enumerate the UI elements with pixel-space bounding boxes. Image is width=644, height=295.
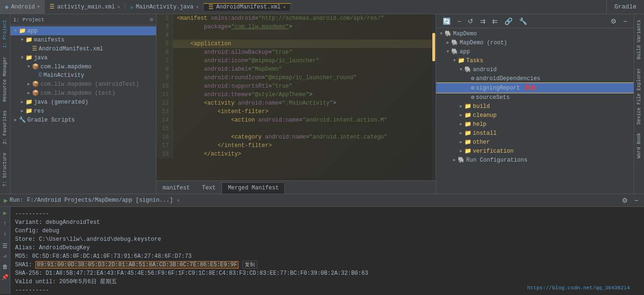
gradle-item-build[interactable]: ▶ 📁 build	[436, 102, 634, 111]
android-dropdown-icon[interactable]: ▼	[37, 5, 40, 9]
gradle-settings-btn[interactable]: ⚙	[609, 16, 619, 26]
gradle-label-run-configurations: Run Configurations	[466, 157, 528, 164]
file-tab-activity-main[interactable]: ☰ activity_main.xml ✕	[45, 3, 125, 10]
tree-item-app[interactable]: ▼ 📁 app	[10, 26, 156, 35]
gradle-header: 🔄 − ↺ ⇉ ⇇ 🔗 🔧 ⚙ −	[436, 14, 634, 28]
run-path: F:/Android Projects/MapDemo/app [signin.…	[27, 197, 173, 204]
tree-item-test[interactable]: ▶ 📦 com.llw.mapdemo (test)	[10, 89, 156, 98]
close-tab-manifest[interactable]: ✕	[283, 4, 286, 10]
gradle-arrow-help: ▶	[458, 122, 464, 127]
gradle-sync-btn[interactable]: 🔄	[441, 16, 453, 26]
gradle-item-cleanup[interactable]: ▶ 📁 cleanup	[436, 111, 634, 120]
gradle-collapse-btn[interactable]: ⇇	[490, 16, 500, 26]
tab-text[interactable]: Text	[196, 182, 222, 194]
gradle-item-sourcesets[interactable]: ⚙ sourceSets	[436, 93, 634, 102]
tree-item-mainactivity[interactable]: © MainActivity	[10, 71, 156, 80]
gradle-item-run-configurations[interactable]: ▶ 🐘 Run Configurations	[436, 156, 634, 164]
gradle-label-app: app	[460, 49, 470, 55]
favorites-tab[interactable]: 2: Favorites	[1, 107, 8, 148]
gradle-item-mapdemo[interactable]: ▼ 🐘 MapDemo	[436, 29, 634, 38]
word-book-tab[interactable]: Word Book	[636, 129, 643, 162]
gradle-icon-help: 📁	[464, 121, 471, 128]
line-num-13: 13	[157, 107, 173, 116]
console-content: ---------- Variant: debugAndroidTest Con…	[10, 207, 644, 294]
console-line-separator1: ----------	[15, 210, 639, 218]
run-bar-settings[interactable]: ⚙	[620, 196, 630, 205]
tree-label-manifests: manifests	[34, 37, 65, 43]
code-line-12: 12 <activity android:name=".MainActivity…	[157, 99, 436, 107]
gradle-link-btn[interactable]: 🔗	[503, 16, 514, 26]
gradle-refresh-btn[interactable]: ↺	[466, 16, 475, 26]
folder-icon-test: 📦	[32, 90, 39, 97]
gradle-tree: ▼ 🐘 MapDemo ▶ 🐘 MapDemo (root) ▼ 🐘 app	[436, 28, 634, 194]
line-num-11: 11	[157, 90, 173, 99]
gradle-expand-btn[interactable]: ⇉	[478, 16, 487, 26]
line-content-18: </activity>	[173, 150, 241, 158]
tree-item-java-generated[interactable]: ▶ 📁 java (generated)	[10, 98, 156, 107]
code-editor[interactable]: 2 <manifest xmlns:android="http://schema…	[157, 14, 436, 180]
gradle-item-help[interactable]: ▶ 📁 help	[436, 120, 634, 129]
console-wrap-btn[interactable]: ⏎	[1, 252, 9, 261]
file-tab-manifest[interactable]: ☰ AndroidManifest.xml ✕	[204, 3, 291, 11]
gradle-item-tasks[interactable]: ▼ 📁 Tasks	[436, 56, 634, 65]
close-tab-activity[interactable]: ✕	[117, 4, 120, 10]
file-tab-label-manifest: AndroidManifest.xml	[216, 4, 281, 10]
gradle-panel: 🔄 − ↺ ⇉ ⇇ 🔗 🔧 ⚙ − ▼ 🐘 MapDemo	[436, 14, 634, 194]
run-tab[interactable]: ▶ Run: F:/Android Projects/MapDemo/app […	[4, 197, 180, 205]
tree-label-androidmanifest: AndroidManifest.xml	[39, 46, 103, 52]
tree-item-androidmanifest[interactable]: ☰ AndroidManifest.xml	[10, 44, 156, 53]
gradle-icon-build: 📁	[464, 103, 471, 110]
gradle-wrench-btn[interactable]: 🔧	[517, 16, 529, 26]
tree-item-gradle-scripts[interactable]: ▶ 🔧 Gradle Scripts	[10, 115, 156, 124]
tree-arrow-gradle-scripts: ▶	[12, 117, 19, 123]
tab-merged-manifest[interactable]: Merged Manifest	[222, 182, 285, 194]
gradle-item-android[interactable]: ▼ 🐘 android	[436, 65, 634, 74]
line-content-15	[173, 124, 177, 133]
console-pin-btn[interactable]: 📌	[1, 273, 9, 281]
copy-sha1-button[interactable]: 复制	[242, 261, 257, 269]
folder-icon-manifests: 📁	[25, 36, 33, 43]
tree-label-app: app	[27, 28, 38, 34]
console-up-btn[interactable]: ↑	[1, 219, 9, 228]
gradle-arrow-verification: ▶	[458, 148, 464, 154]
build-variants-tab[interactable]: Build Variants	[636, 16, 643, 63]
run-bar-minimize[interactable]: −	[633, 196, 640, 205]
resource-manager-tab[interactable]: Resource Manager	[1, 53, 8, 106]
gradle-item-mapdemo-root[interactable]: ▶ 🐘 MapDemo (root)	[436, 38, 634, 47]
device-file-explorer-tab[interactable]: Device File Explorer	[636, 64, 643, 128]
console-clear-btn[interactable]: 🗑	[1, 262, 9, 271]
console-url: https://blog.csdn.net/qq_38436214	[527, 285, 630, 291]
gradle-minus-btn[interactable]: −	[455, 16, 463, 26]
tree-item-mapdemo[interactable]: ▼ 📦 com.llw.mapdemo	[10, 62, 156, 71]
tree-item-res[interactable]: ▶ 📁 res	[10, 107, 156, 115]
gradle-item-app[interactable]: ▼ 🐘 app	[436, 47, 634, 56]
folder-icon-res: 📁	[25, 107, 33, 115]
console-line-alias: Alias: AndroidDebugKey	[15, 244, 639, 252]
tree-label-test: com.llw.mapdemo (test)	[41, 90, 115, 97]
tree-item-androidtest[interactable]: ▶ 📦 com.llw.mapdemo (androidTest)	[10, 80, 156, 89]
close-tab-main[interactable]: ✕	[196, 4, 198, 10]
gradle-item-androiddependencies[interactable]: ⚙ androidDependencies	[436, 74, 634, 83]
console-play-btn[interactable]: ▶	[1, 209, 9, 217]
project-tab[interactable]: 1: Project	[1, 16, 8, 52]
tree-item-manifests[interactable]: ▼ 📁 manifests	[10, 35, 156, 44]
tab-manifest-label[interactable]: manifest	[157, 182, 196, 194]
gradle-item-other[interactable]: ▶ 📁 other	[436, 138, 634, 147]
run-icon: ▶	[4, 197, 8, 205]
gradle-item-verification[interactable]: ▶ 📁 verification	[436, 147, 634, 156]
gradle-minimize-btn[interactable]: −	[621, 16, 629, 26]
file-tab-main-activity[interactable]: ☕ MainActivity.java ✕	[125, 3, 204, 10]
scroll-indicator[interactable]	[432, 14, 436, 180]
console-down-btn[interactable]: ↓	[1, 229, 9, 238]
run-close-btn[interactable]: ✕	[177, 197, 180, 203]
project-tree: ▼ 📁 app ▼ 📁 manifests ☰ AndroidManifest.…	[10, 25, 156, 194]
gradle-item-install[interactable]: ▶ 📁 install	[436, 129, 634, 138]
sidebar-gear-icon[interactable]: ⚙	[150, 16, 153, 23]
android-tab[interactable]: ◆ Android ▼	[0, 0, 45, 14]
tree-item-java[interactable]: ▼ 📁 java	[10, 53, 156, 62]
gradle-arrow-build: ▶	[458, 104, 464, 109]
gradle-item-signingreport[interactable]: ⚙ signingReport 双击	[436, 83, 634, 93]
manifest-icon: ☰	[208, 4, 214, 11]
structure-tab[interactable]: 7: Structure	[1, 149, 8, 190]
console-filter-btn[interactable]: ☰	[1, 242, 9, 250]
